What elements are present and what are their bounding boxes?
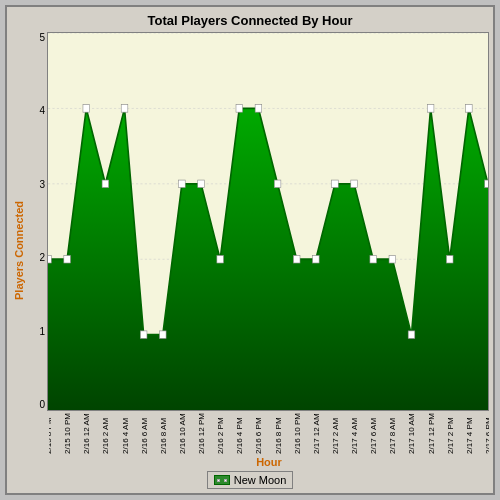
svg-rect-23 bbox=[370, 255, 377, 263]
plot-and-yticks: 012345 bbox=[29, 32, 489, 411]
svg-rect-10 bbox=[121, 105, 128, 113]
y-tick: 4 bbox=[29, 106, 45, 116]
svg-rect-15 bbox=[217, 255, 224, 263]
svg-rect-13 bbox=[179, 180, 186, 188]
svg-rect-19 bbox=[293, 255, 300, 263]
chart-container: Total Players Connected By Hour Players … bbox=[5, 5, 495, 495]
y-tick: 2 bbox=[29, 253, 45, 263]
y-tick: 5 bbox=[29, 33, 45, 43]
svg-rect-27 bbox=[446, 255, 453, 263]
svg-rect-16 bbox=[236, 105, 243, 113]
svg-rect-24 bbox=[389, 255, 396, 263]
x-axis-label: Hour bbox=[49, 456, 489, 468]
svg-rect-22 bbox=[351, 180, 358, 188]
svg-rect-21 bbox=[332, 180, 339, 188]
legend-dot bbox=[217, 479, 220, 482]
y-tick: 1 bbox=[29, 327, 45, 337]
svg-rect-6 bbox=[48, 255, 51, 263]
chart-title: Total Players Connected By Hour bbox=[148, 13, 353, 28]
svg-rect-11 bbox=[140, 331, 147, 339]
svg-rect-26 bbox=[427, 105, 434, 113]
legend-dot bbox=[224, 479, 227, 482]
legend-label: New Moon bbox=[234, 474, 287, 486]
y-axis-label: Players Connected bbox=[11, 32, 27, 468]
chart-svg bbox=[48, 33, 488, 410]
svg-rect-17 bbox=[255, 105, 262, 113]
svg-rect-29 bbox=[485, 180, 488, 188]
svg-rect-12 bbox=[159, 331, 166, 339]
svg-rect-8 bbox=[83, 105, 90, 113]
y-tick: 3 bbox=[29, 180, 45, 190]
chart-area: 012345 2/15 8 PM2/15 10 PM2/16 12 AM2/16… bbox=[29, 32, 489, 468]
legend: New Moon bbox=[207, 471, 294, 489]
svg-rect-18 bbox=[274, 180, 281, 188]
y-ticks: 012345 bbox=[29, 32, 47, 411]
svg-rect-14 bbox=[198, 180, 205, 188]
svg-rect-9 bbox=[102, 180, 109, 188]
svg-rect-20 bbox=[313, 255, 320, 263]
svg-rect-28 bbox=[466, 105, 473, 113]
plot-box bbox=[47, 32, 489, 411]
svg-rect-7 bbox=[64, 255, 71, 263]
y-tick: 0 bbox=[29, 400, 45, 410]
legend-color-box bbox=[214, 475, 230, 485]
x-axis-area: 2/15 8 PM2/15 10 PM2/16 12 AM2/16 2 AM2/… bbox=[49, 411, 489, 454]
svg-rect-25 bbox=[408, 331, 415, 339]
chart-inner: Players Connected 012345 2/15 8 PM2/15 1… bbox=[11, 32, 489, 468]
x-ticks: 2/15 8 PM2/15 10 PM2/16 12 AM2/16 2 AM2/… bbox=[49, 411, 489, 454]
